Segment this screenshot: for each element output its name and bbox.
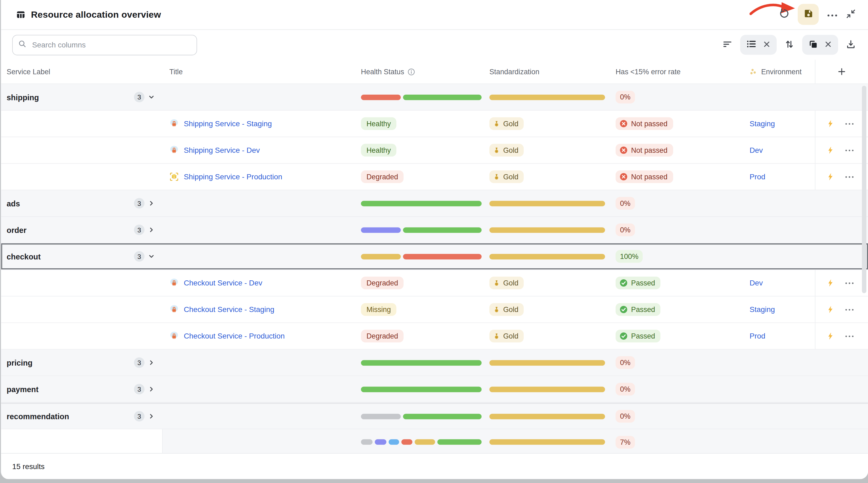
error-rate-cell: 100% — [610, 250, 743, 263]
standardization-cell: Gold — [486, 330, 610, 342]
environment-link[interactable]: Dev — [749, 146, 763, 154]
standardization-bar — [489, 200, 605, 206]
standardization-cell — [486, 360, 610, 365]
group-row[interactable]: checkout3100% — [1, 244, 868, 270]
chevron-right-icon[interactable] — [148, 359, 155, 366]
health-distribution-bar — [361, 94, 482, 100]
row-actions-cell — [815, 244, 868, 269]
service-title-link[interactable]: Shipping Service - Staging — [184, 120, 272, 128]
chevron-right-icon[interactable] — [148, 226, 155, 233]
save-button[interactable] — [798, 4, 819, 25]
standardization-bar-segment — [489, 360, 605, 365]
column-header-environment[interactable]: Environment — [743, 68, 815, 76]
column-header-standardization[interactable]: Standardization — [486, 68, 610, 76]
health-distribution-bar-segment — [415, 439, 435, 445]
lightning-icon[interactable] — [827, 120, 835, 128]
service-title-link[interactable]: Checkout Service - Dev — [184, 279, 262, 287]
service-title-link[interactable]: Checkout Service - Staging — [184, 305, 274, 314]
group-row[interactable]: order30% — [1, 217, 868, 244]
health-status-badge-label: Healthy — [366, 120, 391, 128]
check-circle-icon — [619, 305, 628, 314]
more-options-button[interactable] — [827, 10, 837, 19]
error-rate-badge: Not passed — [616, 118, 673, 130]
group-row[interactable]: pricing30% — [1, 350, 868, 376]
standardization-badge: Gold — [489, 330, 524, 342]
environment-link[interactable]: Staging — [749, 305, 775, 314]
group-row[interactable]: shipping30% — [1, 84, 868, 111]
group-row[interactable]: payment30% — [1, 376, 868, 402]
page-title: Resource allocation overview — [31, 9, 161, 20]
row-menu-button[interactable] — [844, 174, 855, 180]
column-header-title[interactable]: Title — [163, 68, 355, 76]
group-label: payment — [7, 385, 39, 393]
chevron-right-icon[interactable] — [148, 413, 155, 420]
copy-view-button[interactable] — [808, 39, 818, 51]
service-title-link[interactable]: Checkout Service - Production — [184, 332, 285, 340]
standardization-badge-label: Gold — [503, 332, 519, 340]
column-header-service-label[interactable]: Service Label — [1, 68, 163, 76]
collapse-icon — [846, 8, 856, 20]
standardization-badge: Gold — [489, 277, 524, 289]
standardization-bar-segment — [489, 439, 605, 445]
lightning-icon[interactable] — [827, 172, 835, 181]
clear-grouping-button[interactable] — [763, 40, 771, 50]
standardization-bar — [489, 94, 605, 100]
standardization-bar — [489, 414, 605, 419]
search-input[interactable] — [31, 40, 191, 50]
service-label-cell: recommendation3 — [1, 411, 163, 421]
environment-link[interactable]: Staging — [749, 120, 775, 128]
health-distribution-bar-segment — [401, 439, 412, 445]
sort-button[interactable] — [784, 39, 794, 51]
service-row: Shipping Service - StagingHealthyGoldNot… — [1, 111, 868, 137]
column-header-error-rate[interactable]: Has <15% error rate — [610, 68, 743, 76]
service-title-link[interactable]: Shipping Service - Dev — [184, 146, 260, 154]
group-row[interactable]: recommendation30% — [1, 402, 868, 429]
table-footer: 15 results — [1, 453, 868, 479]
undo-button[interactable] — [779, 8, 789, 20]
health-status-cell — [355, 227, 486, 233]
chevron-right-icon[interactable] — [148, 200, 155, 207]
standardization-bar-segment — [489, 94, 605, 100]
check-circle-icon — [619, 332, 628, 340]
filter-button[interactable] — [722, 39, 732, 51]
environment-link[interactable]: Prod — [749, 332, 765, 340]
row-menu-button[interactable] — [844, 280, 855, 286]
lightning-icon[interactable] — [827, 332, 835, 340]
row-actions-cell — [815, 217, 868, 243]
chevron-down-icon[interactable] — [148, 253, 155, 260]
lightning-icon[interactable] — [827, 279, 835, 287]
chevron-down-icon[interactable] — [148, 94, 155, 101]
download-button[interactable] — [846, 39, 856, 51]
row-menu-button[interactable] — [844, 307, 855, 312]
search-box[interactable] — [12, 35, 197, 55]
health-status-cell — [355, 254, 486, 259]
service-title-link[interactable]: Shipping Service - Production — [184, 172, 282, 181]
group-list-button[interactable] — [746, 39, 757, 51]
title-actions — [779, 4, 856, 25]
error-rate-cell: 0% — [610, 356, 743, 369]
environment-link[interactable]: Dev — [749, 279, 763, 287]
column-header-health-status[interactable]: Health Status — [355, 68, 486, 76]
group-row[interactable]: ads30% — [1, 190, 868, 217]
vertical-scrollbar[interactable] — [862, 86, 866, 293]
title-cell: Checkout Service - Dev — [163, 278, 355, 288]
lightning-icon[interactable] — [827, 305, 835, 314]
row-menu-button[interactable] — [844, 148, 855, 153]
environment-link[interactable]: Prod — [749, 172, 765, 181]
info-icon[interactable] — [407, 68, 415, 75]
error-rate-cell: Passed — [610, 330, 743, 342]
error-rate-percentage-badge: 0% — [616, 224, 635, 236]
row-menu-button[interactable] — [844, 121, 855, 127]
chevron-right-icon[interactable] — [148, 385, 155, 393]
lightning-icon[interactable] — [827, 146, 835, 154]
standardization-badge: Gold — [489, 170, 524, 183]
add-column-button[interactable] — [835, 65, 848, 78]
health-distribution-bar — [361, 360, 482, 365]
column-label: Title — [169, 68, 183, 76]
clear-view-button[interactable] — [824, 40, 832, 50]
collapse-button[interactable] — [846, 8, 856, 20]
row-menu-button[interactable] — [844, 333, 855, 339]
error-rate-percentage-badge-label: 0% — [620, 358, 630, 367]
health-status-cell — [355, 414, 486, 419]
title-cell: Shipping Service - Production — [163, 172, 355, 182]
